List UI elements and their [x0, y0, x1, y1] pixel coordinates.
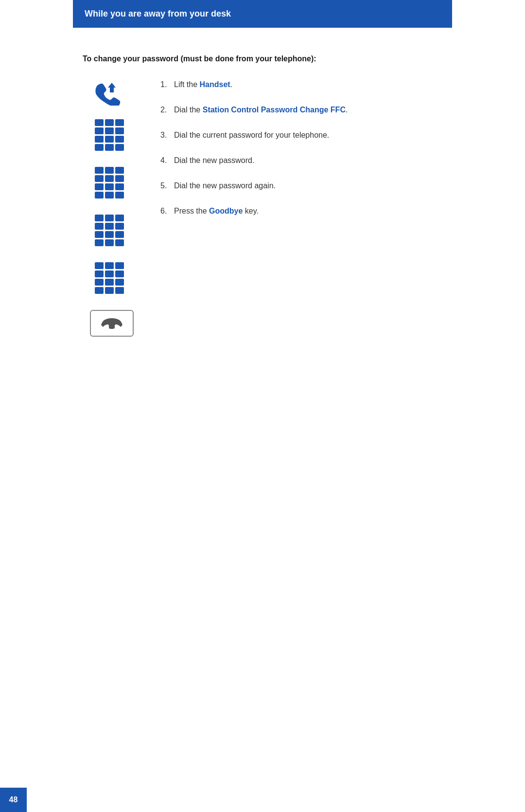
- header-bar: While you are away from your desk: [73, 0, 452, 28]
- handset-icon: [90, 79, 134, 106]
- step-3: 3. Dial the current password for your te…: [160, 129, 442, 141]
- step-highlight-2: Station Control Password Change FFC: [203, 106, 346, 114]
- step-number-3: 3.: [160, 129, 174, 141]
- step-1: 1. Lift the Handset.: [160, 79, 442, 90]
- page-number-box: 48: [0, 788, 27, 812]
- step-5: 5. Dial the new password again.: [160, 180, 442, 192]
- step-text-3: Dial the current password for your telep…: [174, 129, 442, 141]
- step-highlight-6: Goodbye: [209, 207, 243, 215]
- step-text-6: Press the Goodbye key.: [174, 205, 442, 217]
- step-6: 6. Press the Goodbye key.: [160, 205, 442, 217]
- keypad-icon-3: [95, 215, 129, 249]
- keypad-icon-4: [95, 262, 129, 296]
- step-text-5: Dial the new password again.: [174, 180, 442, 192]
- step-2: 2. Dial the Station Control Password Cha…: [160, 104, 442, 116]
- content-area: To change your password (must be done fr…: [73, 39, 452, 356]
- section-title: To change your password (must be done fr…: [83, 54, 442, 64]
- keypad-icon-1: [95, 119, 129, 153]
- page-number: 48: [9, 795, 18, 804]
- instructions-layout: 1. Lift the Handset. 2. Dial the Station…: [83, 79, 442, 337]
- svg-marker-0: [108, 83, 116, 92]
- step-number-1: 1.: [160, 79, 174, 90]
- header-title: While you are away from your desk: [85, 9, 440, 19]
- step-number-2: 2.: [160, 104, 174, 116]
- step-text-2: Dial the Station Control Password Change…: [174, 104, 442, 116]
- icons-column: [83, 79, 141, 337]
- step-number-6: 6.: [160, 205, 174, 217]
- step-highlight-1: Handset: [199, 80, 230, 89]
- goodbye-key-icon: [90, 310, 134, 337]
- step-text-4: Dial the new password.: [174, 155, 442, 166]
- step-text-1: Lift the Handset.: [174, 79, 442, 90]
- keypad-icon-2: [95, 167, 129, 201]
- steps-column: 1. Lift the Handset. 2. Dial the Station…: [160, 79, 442, 231]
- step-4: 4. Dial the new password.: [160, 155, 442, 166]
- step-number-4: 4.: [160, 155, 174, 166]
- step-number-5: 5.: [160, 180, 174, 192]
